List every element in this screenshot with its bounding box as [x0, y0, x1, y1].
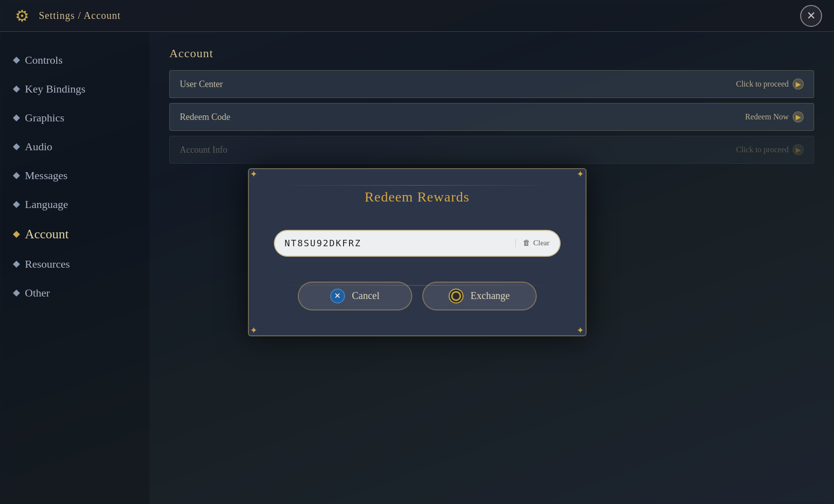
redeem-code-input[interactable] [285, 238, 516, 248]
code-input-wrapper: 🗑 Clear [274, 230, 561, 257]
modal-backdrop: ✦ ✦ ✦ ✦ Redeem Rewards 🗑 Clear ✕ Cancel … [0, 0, 834, 504]
cancel-icon: ✕ [330, 289, 345, 303]
clear-button[interactable]: 🗑 Clear [515, 239, 549, 247]
trash-icon: 🗑 [523, 239, 530, 247]
modal-title: Redeem Rewards [274, 189, 561, 205]
corner-decoration-br: ✦ [575, 324, 587, 336]
redeem-rewards-modal: ✦ ✦ ✦ ✦ Redeem Rewards 🗑 Clear ✕ Cancel … [248, 168, 587, 336]
clear-label: Clear [533, 239, 549, 247]
cancel-label: Cancel [352, 290, 380, 302]
corner-decoration-tr: ✦ [575, 168, 587, 180]
cancel-button[interactable]: ✕ Cancel [298, 282, 412, 310]
exchange-button[interactable]: Exchange [422, 282, 537, 310]
exchange-label: Exchange [471, 290, 510, 302]
modal-deco-top [274, 185, 561, 186]
modal-buttons: ✕ Cancel Exchange [274, 282, 561, 310]
exchange-icon [449, 289, 464, 303]
corner-decoration-tl: ✦ [248, 168, 260, 180]
corner-decoration-bl: ✦ [248, 324, 260, 336]
modal-deco-bottom [274, 285, 561, 286]
